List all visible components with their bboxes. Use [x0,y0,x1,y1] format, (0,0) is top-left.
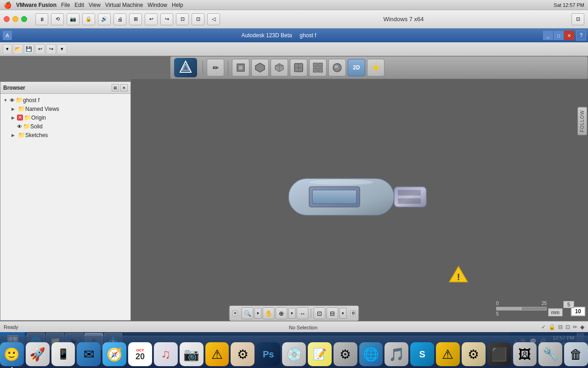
ribbon-3d-perspective-btn[interactable] [251,59,269,76]
tree-item-origin[interactable]: ▶ ✕ 📁 Origin [0,113,130,122]
dock-world[interactable]: 🌐 [359,342,383,366]
ribbon-3d-iso-btn[interactable] [271,59,288,76]
dock-calendar[interactable]: OCT 20 [128,342,152,366]
qa-redo-btn[interactable]: ↪ [46,44,56,54]
dock-mail[interactable]: ✉ [77,342,101,366]
vmware-btn3[interactable]: ◁ [207,13,220,25]
menu-help[interactable]: Help [172,2,183,8]
vmware-lock-btn[interactable]: 🔒 [82,13,95,25]
dock-replicator2[interactable]: ⚙ [462,342,486,366]
nav-close-btn[interactable]: ✕ [232,310,238,316]
dock-skype[interactable]: S [410,342,434,366]
tree-arrow-origin[interactable]: ▶ [10,115,16,121]
quick-access-toolbar: ▾ 📂 💾 ↩ ↪ ▾ [0,42,588,56]
dock-launchpad[interactable]: 🚀 [26,342,50,366]
minimize-traffic-light[interactable] [12,16,18,22]
dock-frame[interactable]: 🖼 [513,342,537,366]
vmware-usb-btn[interactable]: ⊞ [129,13,142,25]
nav-zoom-btn[interactable]: 🔍 [242,307,254,319]
mac-dock: 🙂 🚀 📱 ✉ 🧭 OCT 20 ♫ 📷 ⚠ ⚙ Ps 💿 📝 ⚙ 🌐 🎵 S … [0,336,588,368]
close-traffic-light[interactable] [4,16,10,22]
nav-frame-dropdown-btn[interactable]: ▾ [339,308,347,319]
ribbon-materials-btn[interactable] [328,59,346,76]
win-close-btn[interactable]: ✕ [564,31,574,40]
status-text-left: Ready [4,324,18,330]
qa-save-btn[interactable]: 💾 [24,44,34,54]
menu-window[interactable]: Window [147,2,167,8]
win-minimize-btn[interactable]: _ [543,31,553,40]
maximize-traffic-light[interactable] [21,16,27,22]
svg-rect-24 [312,190,356,204]
nav-settings-btn[interactable]: ⚙ [351,310,356,316]
tree-item-named-views[interactable]: ▶ 📁 Named Views [0,104,130,113]
qa-undo-btn[interactable]: ↩ [35,44,45,54]
ribbon-multiview-btn[interactable] [309,59,327,76]
dock-safari[interactable]: 🧭 [102,342,126,366]
dock-itunes[interactable]: 🎵 [384,342,408,366]
dock-misc[interactable]: 🔧 [538,342,562,366]
vmware-pause-btn[interactable]: ⏸ [35,13,48,25]
dock-settings[interactable]: ⚙ [334,342,357,366]
nav-fit-btn[interactable]: ⊡ [314,307,326,319]
dock-notes[interactable]: 📝 [308,342,332,366]
vmware-undo-btn[interactable]: ↩ [145,13,158,25]
follow-btn[interactable]: FOLLOW [577,107,587,135]
ribbon-3d-top-btn[interactable] [290,59,307,76]
dock-preview[interactable]: ⬛ [487,342,511,366]
dock-music[interactable]: ♫ [154,342,178,366]
browser-header: Browser ⊞ ✕ [0,82,130,94]
qa-dropdown2[interactable]: ▾ [57,44,67,54]
vmware-resize-btn[interactable]: ⊡ [571,13,584,25]
nav-orbit-dropdown-btn[interactable]: ▾ [288,308,296,319]
menu-edit[interactable]: Edit [74,2,84,8]
window-controls: _ □ ✕ [543,31,574,40]
menu-view[interactable]: View [89,2,101,8]
dock-disk-utility[interactable]: 💿 [282,342,306,366]
nav-orbit-btn[interactable]: ⊕ [276,307,288,319]
ribbon-pencil-btn[interactable]: ✏ [207,59,224,76]
visibility-icon-solid[interactable]: 👁 [17,124,22,129]
menu-file[interactable]: File [61,2,70,8]
dock-appstore[interactable]: 📱 [51,342,75,366]
nav-frame-btn[interactable]: ⊟ [327,307,339,319]
dock-warning1[interactable]: ⚠ [205,342,229,366]
tree-item-sketches[interactable]: ▶ 📁 Sketches [0,131,130,139]
ribbon-render-btn[interactable] [367,59,384,76]
dock-warning2[interactable]: ⚠ [436,342,460,366]
browser-close-btn[interactable]: ✕ [120,84,128,92]
dock-replicator1[interactable]: ⚙ [231,342,254,366]
tree-arrow-sketches[interactable]: ▶ [10,132,16,138]
visibility-icon-root[interactable]: 👁 [10,98,15,103]
tree-item-root[interactable]: ▼ 👁 📁 ghost f [0,96,130,104]
tree-arrow-named-views[interactable]: ▶ [10,106,16,112]
menu-virtual-machine[interactable]: Virtual Machine [105,2,143,8]
help-icon[interactable]: ? [576,30,586,40]
ribbon-logo[interactable] [174,58,197,77]
browser-grid-btn[interactable]: ⊞ [112,84,119,92]
tree-label-root: ghost f [23,97,40,104]
dock-photoshop[interactable]: Ps [256,342,280,366]
vmware-btn2[interactable]: ⊡ [192,13,204,25]
vmware-screenshot-btn[interactable]: 📷 [67,13,79,25]
apple-menu[interactable]: 🍎 [4,1,11,9]
vmware-refresh-btn[interactable]: ⟲ [51,13,64,25]
nav-move-btn[interactable]: ↔ [297,307,309,319]
dock-photos[interactable]: 📷 [180,342,204,366]
vmware-audio-btn[interactable]: 🔊 [98,13,111,25]
qa-open-btn[interactable]: 📂 [13,44,23,54]
dock-trash[interactable]: 🗑 [564,342,588,366]
menu-vmware-fusion[interactable]: VMware Fusion [16,2,57,8]
viewport[interactable]: FOLLOW ! 0 25 5 mm 10 5 [131,79,588,321]
vmware-redo-btn[interactable]: ↪ [160,13,173,25]
qa-dropdown[interactable]: ▾ [3,44,12,54]
nav-pan-btn[interactable]: ✋ [263,307,275,319]
ribbon-3d-front-btn[interactable] [232,59,249,76]
tree-item-solid[interactable]: ▶ 👁 📁 Solid [0,122,130,131]
tree-arrow-root[interactable]: ▼ [2,97,9,104]
vmware-btn1[interactable]: ⊡ [176,13,189,25]
nav-zoom-dropdown-btn[interactable]: ▾ [254,308,262,319]
dock-finder[interactable]: 🙂 [0,342,24,366]
ribbon-2d-btn[interactable]: 2D [348,59,365,76]
vmware-print-btn[interactable]: 🖨 [113,13,126,25]
win-maximize-btn[interactable]: □ [554,31,564,40]
